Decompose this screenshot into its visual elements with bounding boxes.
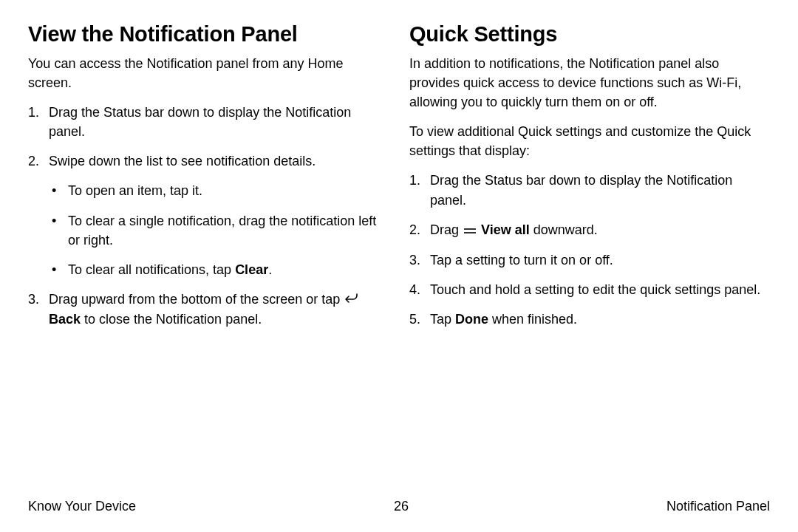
right-step-5: Tap Done when finished. bbox=[409, 310, 770, 329]
left-column: View the Notification Panel You can acce… bbox=[28, 22, 389, 339]
right-step-2: Drag View all downward. bbox=[409, 220, 770, 240]
left-intro: You can access the Notification panel fr… bbox=[28, 54, 389, 92]
back-icon bbox=[345, 290, 358, 310]
right-step-3: Tap a setting to turn it on or off. bbox=[409, 250, 770, 270]
two-column-layout: View the Notification Panel You can acce… bbox=[28, 22, 770, 339]
left-bullet-3: To clear all notifications, tap Clear. bbox=[49, 260, 389, 279]
right-step-5-pre: Tap bbox=[430, 312, 455, 327]
footer-right: Notification Panel bbox=[666, 499, 770, 514]
right-intro-1: In addition to notifications, the Notifi… bbox=[409, 54, 770, 112]
left-step-1: Drag the Status bar down to display the … bbox=[28, 103, 389, 141]
right-step-5-bold: Done bbox=[455, 312, 488, 327]
page-footer: Know Your Device 26 Notification Panel bbox=[28, 499, 770, 514]
left-bullet-2: To clear a single notification, drag the… bbox=[49, 211, 389, 250]
left-step-3-post: to close the Notification panel. bbox=[81, 312, 262, 327]
right-step-5-post: when finished. bbox=[488, 312, 577, 327]
left-step-3: Drag upward from the bottom of the scree… bbox=[28, 290, 389, 329]
left-heading: View the Notification Panel bbox=[28, 22, 389, 47]
left-bullets: To open an item, tap it. To clear a sing… bbox=[49, 181, 389, 279]
footer-left: Know Your Device bbox=[28, 499, 136, 514]
right-step-1: Drag the Status bar down to display the … bbox=[409, 171, 770, 209]
manual-page: View the Notification Panel You can acce… bbox=[0, 0, 798, 532]
view-all-icon bbox=[464, 221, 476, 240]
left-bullet-3-pre: To clear all notifications, tap bbox=[68, 262, 235, 277]
left-steps: Drag the Status bar down to display the … bbox=[28, 103, 389, 329]
right-intro-2: To view additional Quick settings and cu… bbox=[409, 122, 770, 160]
right-column: Quick Settings In addition to notificati… bbox=[409, 22, 770, 339]
right-step-2-pre: Drag bbox=[430, 222, 463, 237]
left-bullet-3-post: . bbox=[268, 262, 272, 277]
right-step-4: Touch and hold a setting to edit the qui… bbox=[409, 280, 770, 299]
right-steps: Drag the Status bar down to display the … bbox=[409, 171, 770, 329]
right-heading: Quick Settings bbox=[409, 22, 770, 47]
left-step-2: Swipe down the list to see notification … bbox=[28, 151, 389, 279]
left-step-3-pre: Drag upward from the bottom of the scree… bbox=[49, 292, 344, 307]
right-step-2-bold: View all bbox=[481, 222, 530, 237]
left-step-2-text: Swipe down the list to see notification … bbox=[49, 154, 316, 168]
left-step-3-bold: Back bbox=[49, 312, 81, 327]
left-bullet-1: To open an item, tap it. bbox=[49, 181, 389, 200]
left-bullet-3-bold: Clear bbox=[235, 262, 268, 277]
footer-page-number: 26 bbox=[394, 499, 409, 514]
right-step-2-post: downward. bbox=[530, 222, 598, 237]
